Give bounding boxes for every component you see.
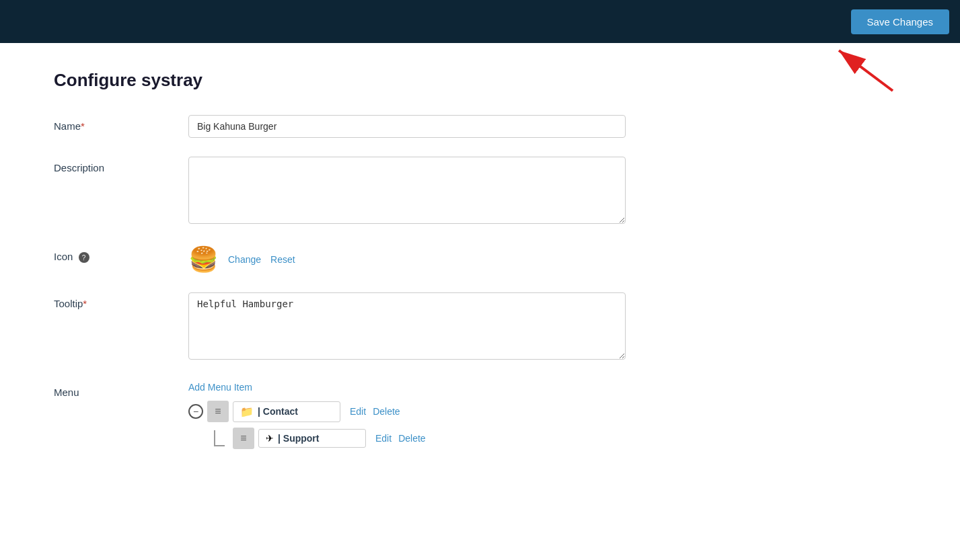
icon-reset-link[interactable]: Reset — [270, 254, 295, 265]
sub-connector-line — [214, 430, 225, 446]
menu-item-support-row: ≡ ✈ | Support Edit Delete — [214, 428, 626, 449]
support-item-label: | Support — [278, 433, 319, 444]
tooltip-input[interactable]: Helpful Hamburger — [188, 292, 626, 360]
contact-item-label: | Contact — [258, 406, 298, 417]
description-input[interactable] — [188, 157, 626, 224]
menu-row: Menu Add Menu Item − ≡ 📁 | Contact Edit — [54, 381, 686, 449]
icon-label: Icon ? — [54, 245, 188, 263]
name-required-star: * — [81, 120, 85, 132]
support-paper-plane-icon: ✈ — [266, 433, 274, 444]
name-field-container — [188, 115, 626, 138]
name-row: Name* — [54, 115, 686, 138]
support-drag-handle[interactable]: ≡ — [233, 428, 254, 449]
contact-drag-handle[interactable]: ≡ — [207, 401, 229, 422]
save-changes-button[interactable]: Save Changes — [851, 9, 949, 34]
page-content: Configure systray Name* Description Icon… — [0, 43, 740, 495]
drag-dots-icon-2: ≡ — [240, 433, 246, 444]
top-bar: Save Changes — [0, 0, 960, 43]
contact-actions: Edit Delete — [350, 406, 400, 417]
menu-item-contact-row: − ≡ 📁 | Contact Edit Delete — [188, 401, 626, 422]
page-title: Configure systray — [54, 70, 686, 91]
description-row: Description — [54, 157, 686, 227]
tooltip-label: Tooltip* — [54, 292, 188, 309]
name-input[interactable] — [188, 115, 626, 138]
burger-emoji-icon: 🍔 — [188, 245, 219, 274]
icon-field-container: 🍔 Change Reset — [188, 245, 626, 274]
contact-folder-icon: 📁 — [240, 405, 254, 418]
menu-items-list: − ≡ 📁 | Contact Edit Delete — [188, 401, 626, 449]
icon-row-inner: 🍔 Change Reset — [188, 245, 626, 274]
support-edit-link[interactable]: Edit — [375, 433, 392, 444]
tooltip-field-container: Helpful Hamburger — [188, 292, 626, 362]
contact-edit-link[interactable]: Edit — [350, 406, 366, 417]
contact-remove-button[interactable]: − — [188, 404, 203, 419]
icon-change-link[interactable]: Change — [228, 254, 261, 265]
contact-item-box: 📁 | Contact — [233, 401, 340, 422]
support-delete-link[interactable]: Delete — [398, 433, 425, 444]
icon-help-icon[interactable]: ? — [79, 252, 89, 263]
support-item-box: ✈ | Support — [258, 429, 366, 448]
support-actions: Edit Delete — [375, 433, 426, 444]
name-label: Name* — [54, 115, 188, 132]
tooltip-row: Tooltip* Helpful Hamburger — [54, 292, 686, 362]
add-menu-item-link[interactable]: Add Menu Item — [188, 382, 252, 393]
svg-line-1 — [839, 50, 893, 91]
arrow-indicator — [825, 44, 906, 100]
tooltip-required-star: * — [83, 298, 87, 309]
description-label: Description — [54, 157, 188, 173]
menu-section: Add Menu Item − ≡ 📁 | Contact Edit Delet… — [188, 381, 626, 449]
drag-dots-icon: ≡ — [215, 406, 221, 417]
contact-delete-link[interactable]: Delete — [373, 406, 400, 417]
menu-label: Menu — [54, 381, 188, 398]
description-field-container — [188, 157, 626, 227]
icon-row: Icon ? 🍔 Change Reset — [54, 245, 686, 274]
